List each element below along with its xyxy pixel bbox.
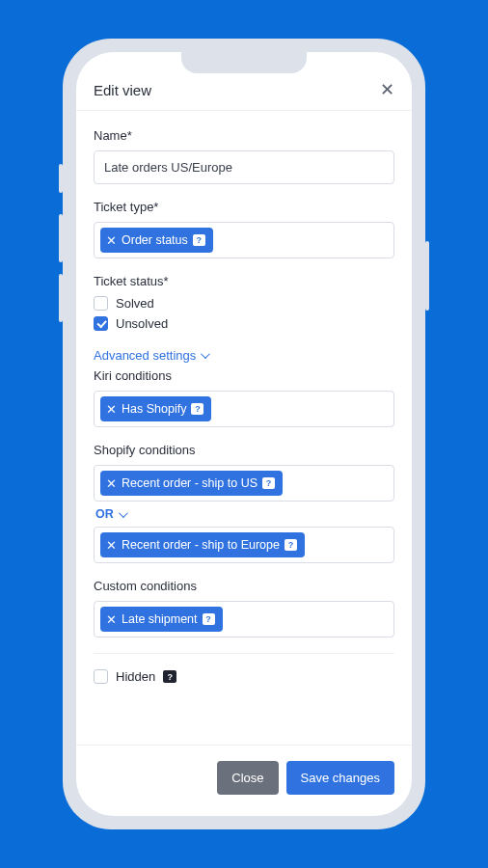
tag-label: Late shipment — [122, 612, 198, 626]
tag-has-shopify[interactable]: ✕ Has Shopify ? — [100, 396, 211, 421]
modal-title: Edit view — [94, 82, 151, 98]
advanced-label: Advanced settings — [94, 348, 196, 363]
custom-label: Custom conditions — [94, 579, 394, 593]
ticket-type-label: Ticket type* — [94, 200, 394, 214]
info-icon[interactable]: ? — [191, 403, 203, 415]
divider — [94, 653, 394, 654]
tag-label: Order status — [122, 233, 188, 247]
shopify-conditions-input-1[interactable]: ✕ Recent order - ship to US ? — [94, 465, 394, 502]
tag-late-shipment[interactable]: ✕ Late shipment ? — [100, 607, 223, 632]
phone-frame: Edit view ✕ Name* Ticket type* ✕ Order s… — [63, 39, 425, 829]
tag-order-status[interactable]: ✕ Order status ? — [100, 228, 213, 253]
info-icon[interactable]: ? — [262, 477, 275, 489]
ticket-status-label: Ticket status* — [94, 274, 394, 288]
or-label: OR — [95, 507, 114, 521]
hidden-row[interactable]: Hidden ? — [94, 669, 394, 684]
remove-tag-icon[interactable]: ✕ — [106, 613, 117, 626]
or-operator[interactable]: OR — [95, 507, 394, 521]
remove-tag-icon[interactable]: ✕ — [106, 234, 117, 247]
checkbox-unsolved[interactable] — [94, 316, 108, 331]
chevron-down-icon — [119, 508, 128, 518]
info-icon[interactable]: ? — [193, 234, 205, 246]
tag-ship-europe[interactable]: ✕ Recent order - ship to Europe ? — [100, 532, 305, 557]
notch — [181, 52, 307, 73]
remove-tag-icon[interactable]: ✕ — [106, 403, 117, 416]
remove-tag-icon[interactable]: ✕ — [106, 477, 117, 490]
advanced-settings-toggle[interactable]: Advanced settings — [94, 348, 207, 363]
phone-side-button — [59, 274, 63, 322]
tag-label: Has Shopify — [122, 402, 186, 416]
name-input[interactable] — [94, 150, 394, 184]
status-label: Unsolved — [116, 316, 168, 331]
info-icon[interactable]: ? — [203, 613, 215, 625]
kiri-conditions-input[interactable]: ✕ Has Shopify ? — [94, 391, 394, 427]
remove-tag-icon[interactable]: ✕ — [106, 539, 117, 552]
modal-content: Name* Ticket type* ✕ Order status ? Tick… — [76, 111, 412, 745]
status-unsolved-row[interactable]: Unsolved — [94, 316, 394, 331]
shopify-label: Shopify conditions — [94, 443, 394, 457]
close-icon[interactable]: ✕ — [380, 81, 394, 98]
tag-ship-us[interactable]: ✕ Recent order - ship to US ? — [100, 471, 283, 496]
chevron-down-icon — [201, 349, 210, 359]
status-label: Solved — [116, 296, 154, 311]
shopify-conditions-input-2[interactable]: ✕ Recent order - ship to Europe ? — [94, 527, 394, 563]
status-solved-row[interactable]: Solved — [94, 296, 394, 311]
close-button[interactable]: Close — [217, 761, 278, 795]
checkbox-solved[interactable] — [94, 296, 108, 311]
ticket-type-input[interactable]: ✕ Order status ? — [94, 222, 394, 258]
phone-side-button — [59, 164, 63, 193]
screen: Edit view ✕ Name* Ticket type* ✕ Order s… — [76, 52, 412, 816]
name-label: Name* — [94, 128, 394, 143]
modal-footer: Close Save changes — [76, 745, 412, 816]
kiri-label: Kiri conditions — [94, 368, 394, 383]
info-icon[interactable]: ? — [163, 670, 176, 683]
phone-side-button — [59, 214, 63, 262]
info-icon[interactable]: ? — [285, 539, 297, 551]
tag-label: Recent order - ship to US — [122, 476, 258, 490]
custom-conditions-input[interactable]: ✕ Late shipment ? — [94, 601, 394, 637]
phone-side-button — [425, 241, 429, 311]
tag-label: Recent order - ship to Europe — [122, 538, 280, 552]
hidden-label: Hidden — [116, 669, 155, 684]
checkbox-hidden[interactable] — [94, 669, 108, 684]
save-button[interactable]: Save changes — [286, 761, 394, 795]
